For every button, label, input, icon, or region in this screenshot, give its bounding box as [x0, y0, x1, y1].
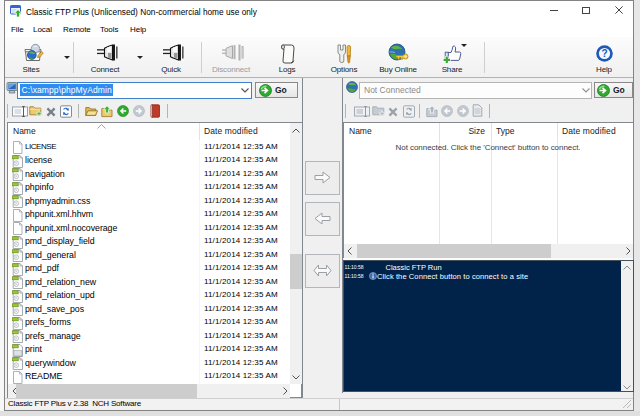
svg-text:?: ? — [601, 48, 607, 59]
